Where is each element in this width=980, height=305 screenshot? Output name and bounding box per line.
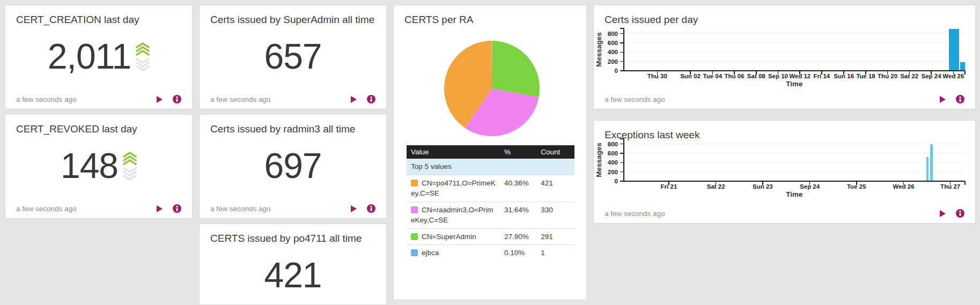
info-icon[interactable]: [367, 204, 375, 213]
svg-text:200: 200: [608, 58, 618, 65]
svg-text:Sat 22: Sat 22: [900, 73, 918, 79]
svg-text:400: 400: [608, 49, 618, 55]
svg-text:Fri 21: Fri 21: [661, 183, 677, 190]
widget-title: Certs issued by radmin3 all time: [210, 123, 375, 135]
info-icon[interactable]: [367, 95, 375, 103]
table-header-row: Value % Count: [407, 145, 574, 159]
last-updated-text: a few seconds ago: [16, 95, 77, 103]
info-icon[interactable]: [173, 204, 181, 213]
value-cell: CN=po4711,O=PrimeKey,C=SE: [407, 175, 500, 202]
svg-text:Sun 23: Sun 23: [753, 183, 773, 190]
column-header-count: Count: [536, 145, 574, 159]
svg-text:Wed 26: Wed 26: [942, 73, 964, 79]
color-swatch-icon: [411, 249, 418, 256]
last-updated-text: a few seconds ago: [605, 210, 665, 218]
svg-text:Sat 08: Sat 08: [747, 73, 765, 79]
count-cell: 421: [536, 175, 574, 202]
color-swatch-icon: [411, 206, 418, 213]
svg-text:600: 600: [608, 150, 618, 157]
svg-text:Fri 14: Fri 14: [814, 73, 830, 79]
info-icon[interactable]: [956, 209, 964, 218]
widget-certs-po4711: CERTS issued by po4711 all time 421: [199, 224, 387, 305]
group-row-label: Top 5 values: [407, 159, 574, 175]
play-icon[interactable]: [156, 205, 163, 213]
svg-text:Tue 18: Tue 18: [856, 73, 875, 79]
widget-actions: [156, 95, 181, 103]
count-cell: 330: [536, 202, 574, 228]
widget-cert-revoked-last-day: CERT_REVOKED last day 148 a few seconds …: [5, 114, 193, 219]
value-cell: ejbca: [407, 245, 500, 261]
last-updated-text: a few seconds ago: [210, 205, 271, 213]
svg-text:Tue 04: Tue 04: [703, 73, 723, 79]
play-icon[interactable]: [939, 95, 946, 103]
play-icon[interactable]: [156, 95, 163, 103]
svg-text:Time: Time: [786, 80, 803, 88]
svg-text:0: 0: [615, 178, 618, 184]
percent-cell: 27.90%: [500, 228, 536, 245]
svg-text:Tue 25: Tue 25: [847, 183, 866, 190]
widget-certs-radmin3: Certs issued by radmin3 all time 697 a f…: [199, 114, 387, 219]
pie-chart: [394, 26, 586, 145]
widget-actions: [156, 204, 181, 213]
widget-cert-creation-last-day: CERT_CREATION last day 2,011 a few secon…: [5, 5, 193, 109]
last-updated-text: a few seconds ago: [210, 95, 271, 103]
widget-title: Certs issued by SuperAdmin all time: [210, 13, 375, 26]
widget-actions: [939, 209, 964, 218]
svg-text:Thu 27: Thu 27: [940, 183, 960, 190]
svg-text:Thu 20: Thu 20: [878, 73, 897, 79]
svg-text:Sat 22: Sat 22: [707, 183, 725, 190]
widget-certs-issued-per-day: Certs issued per day 0200400600800Thu 30…: [593, 5, 976, 109]
dashboard-column-3: CERTS per RA Value % Count Top 5 values …: [393, 5, 587, 305]
last-updated-text: a few seconds ago: [605, 95, 665, 103]
top-values-table: Value % Count Top 5 values CN=po4711,O=P…: [407, 145, 574, 261]
widget-footer: a few seconds ago: [16, 95, 181, 103]
trend-indicator-icon: [136, 41, 150, 72]
widget-certs-superadmin: Certs issued by SuperAdmin all time 657 …: [199, 5, 387, 109]
count-value: 697: [264, 145, 321, 186]
count-area: 148: [5, 137, 192, 194]
info-icon[interactable]: [173, 95, 181, 103]
table-row: CN=SuperAdmin27.90%291: [407, 228, 574, 245]
svg-text:Messages: Messages: [595, 32, 603, 67]
widget-footer: a few seconds ago: [605, 95, 964, 103]
play-icon[interactable]: [939, 210, 946, 218]
column-header-value: Value: [407, 145, 500, 159]
svg-text:200: 200: [608, 169, 618, 175]
svg-text:800: 800: [608, 31, 618, 37]
table-row: CN=raadmin3,O=PrimeKey,C=SE31.64%330: [407, 202, 574, 228]
count-area: 421: [200, 247, 386, 303]
svg-text:Thu 06: Thu 06: [725, 73, 745, 79]
count-area: 2,011: [5, 28, 192, 85]
dashboard-column-2: Certs issued by SuperAdmin all time 657 …: [199, 5, 387, 305]
widget-title: CERT_CREATION last day: [16, 13, 181, 26]
svg-text:0: 0: [615, 68, 618, 74]
value-cell: CN=raadmin3,O=PrimeKey,C=SE: [407, 202, 500, 228]
dashboard: CERT_CREATION last day 2,011 a few secon…: [5, 5, 976, 305]
svg-text:Sep 24: Sep 24: [800, 183, 820, 190]
count-value: 657: [264, 36, 321, 77]
certs-per-day-bar-chart: 0200400600800Thu 30Sun 02Tue 04Thu 06Sat…: [594, 25, 975, 94]
count-value: 2,011: [48, 36, 131, 77]
widget-actions: [939, 95, 964, 103]
svg-text:Thu 30: Thu 30: [647, 73, 667, 79]
column-header-percent: %: [500, 145, 536, 159]
table-group-row: Top 5 values: [407, 159, 574, 175]
dashboard-column-4: Certs issued per day 0200400600800Thu 30…: [593, 5, 976, 305]
percent-cell: 31.64%: [500, 202, 536, 228]
play-icon[interactable]: [350, 95, 357, 103]
count-value: 148: [61, 145, 118, 186]
widget-footer: a few seconds ago: [605, 209, 964, 218]
count-value: 421: [264, 255, 321, 295]
widget-title: Certs issued per day: [605, 13, 964, 26]
widget-title: CERTS issued by po4711 all time: [210, 232, 375, 244]
info-icon[interactable]: [956, 95, 964, 103]
widget-footer: a few seconds ago: [210, 95, 375, 103]
svg-text:Time: Time: [786, 190, 803, 198]
count-cell: 291: [536, 228, 574, 245]
widget-title: CERT_REVOKED last day: [16, 123, 181, 135]
play-icon[interactable]: [350, 205, 357, 213]
trend-indicator-icon: [123, 151, 137, 181]
color-swatch-icon: [411, 233, 418, 240]
svg-text:Wed 12: Wed 12: [789, 73, 810, 79]
svg-text:400: 400: [608, 159, 618, 166]
